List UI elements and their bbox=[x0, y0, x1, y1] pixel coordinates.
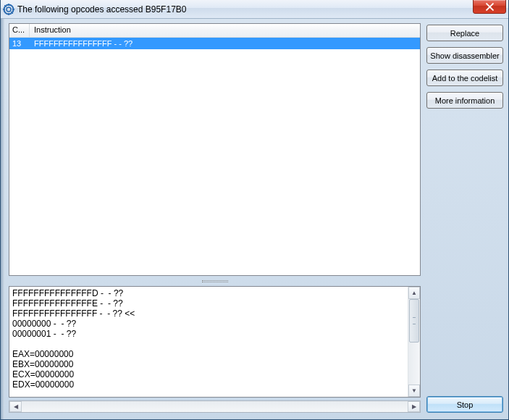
splitter[interactable] bbox=[9, 279, 421, 283]
scroll-track[interactable] bbox=[408, 299, 420, 385]
add-to-codelist-button[interactable]: Add to the codelist bbox=[426, 70, 503, 86]
chevron-right-icon: ▶ bbox=[412, 403, 416, 410]
replace-button[interactable]: Replace bbox=[426, 25, 503, 41]
scroll-down-button[interactable]: ▼ bbox=[408, 385, 420, 397]
chevron-up-icon: ▲ bbox=[411, 290, 417, 296]
list-header: C... Instruction bbox=[9, 24, 420, 38]
chevron-down-icon: ▼ bbox=[411, 387, 417, 394]
detail-vertical-scrollbar[interactable]: ▲ ▼ bbox=[408, 287, 420, 397]
svg-point-1 bbox=[7, 7, 11, 12]
cell-count: 13 bbox=[9, 38, 30, 49]
close-icon bbox=[486, 3, 494, 11]
scroll-up-button[interactable]: ▲ bbox=[408, 287, 420, 299]
scroll-thumb[interactable] bbox=[409, 299, 419, 343]
column-count-header[interactable]: C... bbox=[9, 24, 30, 37]
horizontal-scrollbar-container: ◀ ▶ bbox=[9, 400, 421, 413]
stop-button[interactable]: Stop bbox=[426, 396, 503, 413]
cell-instruction: FFFFFFFFFFFFFFFF - - ?? bbox=[30, 38, 420, 49]
scroll-right-button[interactable]: ▶ bbox=[408, 401, 420, 412]
content-area: C... Instruction 13 FFFFFFFFFFFFFFFF - -… bbox=[4, 19, 508, 417]
button-panel: Replace Show disassembler Add to the cod… bbox=[426, 23, 503, 413]
more-information-button[interactable]: More information bbox=[426, 92, 503, 109]
detail-text[interactable]: FFFFFFFFFFFFFFFD - - ?? FFFFFFFFFFFFFFFE… bbox=[9, 287, 408, 397]
hscroll-track[interactable] bbox=[22, 401, 408, 412]
spacer bbox=[426, 114, 503, 390]
close-button[interactable] bbox=[473, 0, 506, 14]
list-body[interactable]: 13 FFFFFFFFFFFFFFFF - - ?? bbox=[9, 38, 420, 275]
splitter-grip-icon bbox=[202, 280, 228, 282]
app-icon bbox=[3, 4, 14, 15]
detail-panel: FFFFFFFFFFFFFFFD - - ?? FFFFFFFFFFFFFFFE… bbox=[9, 286, 421, 398]
show-disassembler-button[interactable]: Show disassembler bbox=[426, 47, 503, 64]
titlebar: The following opcodes accessed B95F17B0 bbox=[0, 0, 509, 19]
horizontal-scrollbar[interactable]: ◀ ▶ bbox=[9, 400, 421, 413]
opcode-list: C... Instruction 13 FFFFFFFFFFFFFFFF - -… bbox=[9, 23, 421, 276]
list-row[interactable]: 13 FFFFFFFFFFFFFFFF - - ?? bbox=[9, 38, 420, 49]
chevron-left-icon: ◀ bbox=[14, 403, 18, 410]
column-instruction-header[interactable]: Instruction bbox=[30, 24, 420, 37]
window-title: The following opcodes accessed B95F17B0 bbox=[17, 4, 186, 14]
scroll-left-button[interactable]: ◀ bbox=[9, 401, 22, 412]
main-panel: C... Instruction 13 FFFFFFFFFFFFFFFF - -… bbox=[9, 23, 421, 413]
